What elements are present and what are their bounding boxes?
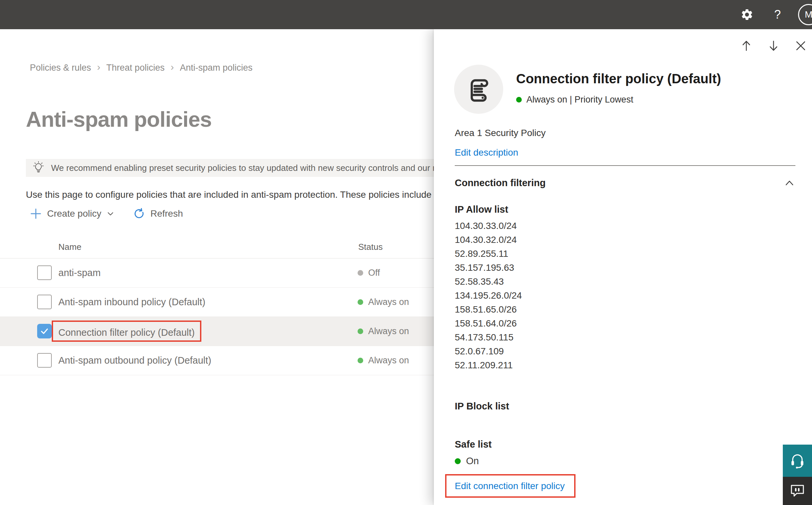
- ip-allow-list-heading: IP Allow list: [455, 204, 508, 215]
- chevron-down-icon: [107, 210, 115, 218]
- avatar-initial: M: [805, 9, 812, 20]
- breadcrumb-item[interactable]: Anti-spam policies: [180, 63, 252, 73]
- policy-name[interactable]: Connection filter policy (Default): [52, 321, 201, 342]
- row-checkbox[interactable]: [37, 324, 52, 338]
- flyout-status-text: Always on | Priority Lowest: [527, 95, 633, 105]
- status-dot-icon: [358, 299, 363, 305]
- flyout-status-line: Always on | Priority Lowest: [516, 95, 633, 105]
- breadcrumb-item[interactable]: Threat policies: [107, 63, 165, 73]
- feedback-button[interactable]: [783, 477, 812, 505]
- status-cell: Always on: [358, 317, 409, 346]
- safe-list-status-text: On: [466, 456, 479, 467]
- status-dot-icon: [358, 270, 363, 276]
- chevron-up-icon[interactable]: [784, 178, 795, 188]
- page-title: Anti-spam policies: [26, 107, 212, 132]
- feedback-bubble-icon: [789, 482, 805, 500]
- breadcrumb-item[interactable]: Policies & rules: [30, 63, 91, 73]
- edit-description-link[interactable]: Edit description: [455, 147, 518, 158]
- status-dot-icon: [358, 358, 363, 363]
- policy-name[interactable]: Anti-spam outbound policy (Default): [58, 346, 211, 375]
- previous-item-arrow-up-icon[interactable]: [740, 39, 753, 52]
- settings-gear-icon[interactable]: [740, 7, 754, 22]
- policy-name[interactable]: Anti-spam inbound policy (Default): [58, 288, 205, 317]
- ip-allow-item: 134.195.26.0/24: [455, 289, 522, 303]
- column-header-name[interactable]: Name: [58, 242, 81, 252]
- close-icon[interactable]: [794, 39, 807, 52]
- help-icon[interactable]: ?: [774, 8, 781, 22]
- ip-block-list-heading: IP Block list: [455, 401, 509, 412]
- policy-scroll-icon: [454, 65, 503, 114]
- status-label: Always on: [368, 326, 409, 336]
- status-label: Always on: [368, 297, 409, 307]
- policy-name[interactable]: anti-spam: [58, 259, 100, 287]
- row-checkbox[interactable]: [37, 295, 52, 309]
- breadcrumb: Policies & rules›Threat policies›Anti-sp…: [30, 62, 252, 73]
- status-dot-icon: [516, 97, 522, 103]
- ip-allow-item: 104.30.33.0/24: [455, 219, 522, 233]
- safe-list-status: On: [455, 456, 479, 467]
- flyout-nav-icons: [740, 39, 807, 52]
- status-label: Always on: [368, 355, 409, 366]
- section-title-connection-filtering: Connection filtering: [455, 177, 546, 188]
- column-header-status[interactable]: Status: [358, 242, 383, 252]
- row-checkbox[interactable]: [37, 266, 52, 280]
- flyout-title: Connection filter policy (Default): [516, 71, 721, 86]
- status-cell: Always on: [358, 346, 409, 375]
- policy-description: Area 1 Security Policy: [455, 128, 546, 138]
- edit-policy-highlight-box: Edit connection filter policy: [445, 474, 576, 498]
- create-policy-label: Create policy: [47, 208, 101, 219]
- row-checkbox[interactable]: [37, 353, 52, 368]
- ip-allow-item: 35.157.195.63: [455, 261, 522, 275]
- edit-connection-filter-policy-link[interactable]: Edit connection filter policy: [455, 481, 565, 491]
- breadcrumb-separator-icon: ›: [171, 61, 174, 73]
- refresh-icon: [133, 208, 145, 220]
- next-item-arrow-down-icon[interactable]: [767, 39, 780, 52]
- breadcrumb-separator-icon: ›: [97, 61, 100, 73]
- ip-allow-item: 158.51.65.0/26: [455, 303, 522, 317]
- safe-list-heading: Safe list: [455, 439, 491, 450]
- status-cell: Always on: [358, 288, 409, 317]
- support-button[interactable]: [783, 445, 812, 477]
- ip-allow-item: 52.58.35.43: [455, 275, 522, 289]
- ip-allow-item: 52.0.67.109: [455, 344, 522, 358]
- ip-allow-item: 104.30.32.0/24: [455, 233, 522, 247]
- ip-allow-item: 52.89.255.11: [455, 247, 522, 261]
- status-dot-icon: [455, 458, 461, 464]
- lightbulb-icon: [32, 161, 45, 175]
- toolbar: Create policy Refresh: [30, 204, 183, 223]
- ip-allow-item: 52.11.209.211: [455, 358, 522, 372]
- refresh-button[interactable]: Refresh: [133, 208, 183, 220]
- top-app-bar: ? M: [0, 0, 812, 29]
- status-dot-icon: [358, 328, 363, 334]
- create-policy-button[interactable]: Create policy: [30, 208, 115, 220]
- refresh-label: Refresh: [150, 208, 183, 219]
- headset-icon: [789, 452, 806, 470]
- details-flyout-panel: Connection filter policy (Default) Alway…: [434, 29, 812, 505]
- topbar-icon-group: ? M: [740, 0, 812, 29]
- divider: [455, 165, 795, 166]
- ip-allow-item: 158.51.64.0/26: [455, 317, 522, 330]
- ip-allow-list: 104.30.33.0/24104.30.32.0/2452.89.255.11…: [455, 219, 522, 372]
- status-cell: Off: [358, 259, 380, 287]
- plus-icon: [30, 208, 42, 220]
- ip-allow-item: 54.173.50.115: [455, 330, 522, 344]
- account-avatar[interactable]: M: [798, 4, 812, 25]
- status-label: Off: [368, 268, 380, 278]
